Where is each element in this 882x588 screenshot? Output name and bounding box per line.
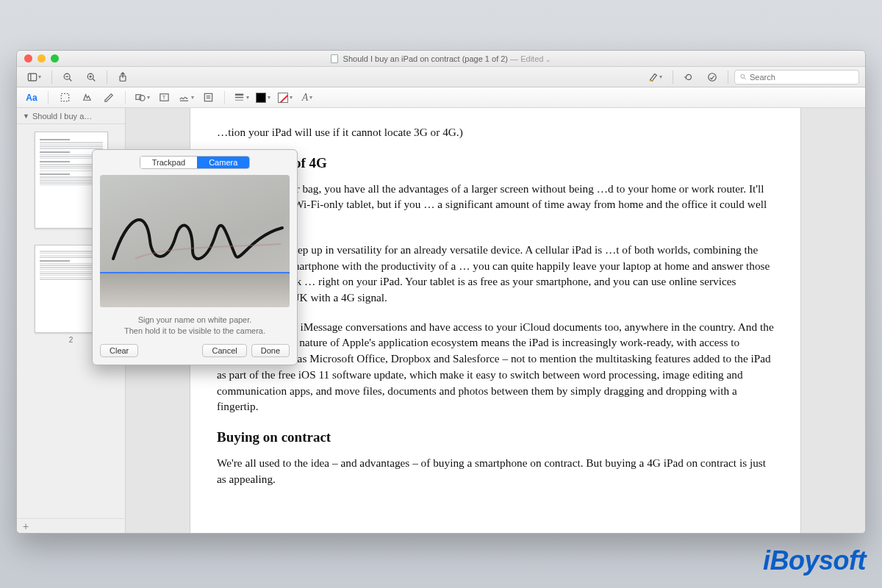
line-style-button[interactable]: ▾ <box>232 90 250 106</box>
zoom-in-button[interactable] <box>82 69 101 85</box>
svg-line-6 <box>93 79 95 81</box>
color-chip-none <box>278 93 288 103</box>
fill-color-button[interactable]: ▾ <box>276 90 294 106</box>
font-button[interactable]: A▾ <box>298 90 316 106</box>
svg-rect-14 <box>61 93 68 101</box>
trackpad-tab[interactable]: Trackpad <box>140 157 197 168</box>
done-button[interactable]: Done <box>251 344 290 357</box>
signature-popover: Trackpad Camera Sign your name on white … <box>92 149 298 365</box>
svg-point-11 <box>709 73 717 81</box>
markup-toolbar: Aa ▾ T ▾ ▾ ▾ <box>17 87 865 108</box>
title-filename: Should I buy an iPad on contract (page 1… <box>343 54 508 63</box>
svg-point-16 <box>139 96 145 101</box>
doc-h2: Buying on contract <box>217 428 774 448</box>
svg-point-12 <box>741 74 745 78</box>
note-button[interactable] <box>199 90 217 106</box>
text-box-button[interactable]: T <box>155 90 173 106</box>
svg-line-13 <box>744 78 746 80</box>
sidebar-toggle-button[interactable]: ▾ <box>23 69 46 85</box>
watermark: iBoysoft <box>763 545 866 576</box>
sign-button[interactable]: ▾ <box>177 90 195 106</box>
zoom-window-button[interactable] <box>51 54 59 62</box>
document-icon <box>331 54 338 63</box>
chevron-down-icon[interactable]: ⌄ <box>545 56 551 63</box>
sidebar-header[interactable]: ▼ Should I buy a… <box>17 108 125 124</box>
toolbar: ▾ ▾ <box>17 67 865 87</box>
svg-rect-10 <box>650 80 653 81</box>
svg-line-3 <box>69 79 71 81</box>
svg-rect-20 <box>204 93 212 101</box>
window-controls <box>17 54 59 62</box>
cancel-button[interactable]: Cancel <box>202 344 246 357</box>
zoom-out-button[interactable] <box>58 69 77 85</box>
search-input[interactable] <box>750 73 854 82</box>
share-button[interactable] <box>113 69 132 85</box>
preview-window: Should I buy an iPad on contract (page 1… <box>16 50 866 534</box>
doc-p0: …tion your iPad will use if it cannot lo… <box>217 124 774 140</box>
search-icon <box>739 73 747 81</box>
disclosure-triangle-icon: ▼ <box>23 112 29 120</box>
doc-p3: You'll get all your iMessage conversatio… <box>217 319 774 415</box>
doc-p4: We're all used to the idea – and advanta… <box>217 455 774 487</box>
signature-instruction: Sign your name on white paper. Then hold… <box>93 313 297 344</box>
sidebar-title: Should I buy a… <box>32 112 92 121</box>
sketch-button[interactable] <box>100 90 118 106</box>
markup-button[interactable] <box>703 69 722 85</box>
doc-p2: …e 4G is a real step up in versatility f… <box>217 242 774 306</box>
svg-text:T: T <box>162 94 165 101</box>
doc-p1: …4G iPad in your bag, you have all the a… <box>217 181 774 229</box>
doc-h1: …dvantages of 4G <box>217 154 774 173</box>
search-field[interactable] <box>734 70 859 85</box>
signature-stroke <box>106 193 290 281</box>
watermark-text: Boysoft <box>770 545 867 576</box>
text-style-button[interactable]: Aa <box>23 90 40 106</box>
clear-button[interactable]: Clear <box>100 344 138 357</box>
close-window-button[interactable] <box>24 54 32 62</box>
add-page-button[interactable]: + <box>17 518 125 533</box>
highlight-button[interactable]: ▾ <box>644 69 667 85</box>
color-chip-black <box>256 93 266 103</box>
rotate-button[interactable] <box>679 69 698 85</box>
shapes-button[interactable]: ▾ <box>133 90 151 106</box>
svg-rect-0 <box>28 74 36 81</box>
camera-preview <box>100 175 290 307</box>
minimize-window-button[interactable] <box>37 54 46 62</box>
titlebar: Should I buy an iPad on contract (page 1… <box>17 51 865 67</box>
instant-alpha-button[interactable] <box>78 90 96 106</box>
selection-tool-button[interactable] <box>56 90 74 106</box>
window-title: Should I buy an iPad on contract (page 1… <box>17 54 865 63</box>
camera-tab[interactable]: Camera <box>197 157 249 168</box>
signature-source-segmented: Trackpad Camera <box>140 156 251 169</box>
title-status: Edited <box>520 54 543 63</box>
border-color-button[interactable]: ▾ <box>254 90 272 106</box>
